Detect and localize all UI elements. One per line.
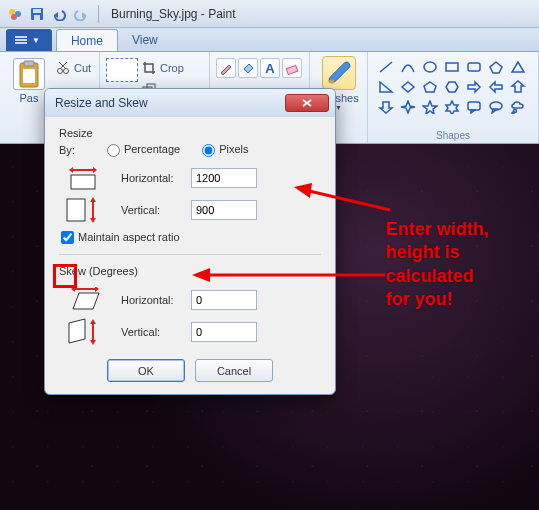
- dialog-titlebar[interactable]: Resize and Skew: [45, 89, 335, 117]
- svg-marker-35: [380, 102, 392, 113]
- horizontal-resize-icon: [63, 165, 103, 191]
- shapes-group-label: Shapes: [368, 130, 538, 141]
- svg-point-2: [11, 14, 17, 20]
- resize-horizontal-input[interactable]: [191, 168, 257, 188]
- ribbon-tabs: ▼ Home View: [0, 28, 539, 52]
- svg-marker-32: [468, 82, 480, 92]
- shape-rounded-rect[interactable]: [464, 58, 484, 76]
- shape-callout-cloud[interactable]: [508, 98, 528, 116]
- resize-section-label: Resize: [59, 127, 321, 139]
- svg-marker-40: [471, 110, 475, 113]
- svg-point-44: [512, 112, 514, 114]
- shape-oval[interactable]: [420, 58, 440, 76]
- maintain-aspect-checkbox[interactable]: Maintain aspect ratio: [61, 231, 180, 245]
- text-tool[interactable]: A: [260, 58, 280, 78]
- svg-marker-53: [90, 197, 96, 202]
- svg-marker-54: [90, 218, 96, 223]
- resize-skew-dialog: Resize and Skew Resize By: Percentage Pi…: [44, 88, 336, 395]
- app-icon: [7, 6, 23, 22]
- svg-marker-29: [402, 82, 414, 92]
- shape-arrow-up[interactable]: [508, 78, 528, 96]
- fill-tool[interactable]: [238, 58, 258, 78]
- shape-diamond[interactable]: [398, 78, 418, 96]
- close-button[interactable]: [285, 94, 329, 112]
- resize-vertical-input[interactable]: [191, 200, 257, 220]
- svg-marker-61: [90, 319, 96, 324]
- svg-rect-24: [446, 63, 458, 71]
- shape-line[interactable]: [376, 58, 396, 76]
- shape-callout-rounded[interactable]: [464, 98, 484, 116]
- shape-right-triangle[interactable]: [376, 78, 396, 96]
- svg-rect-4: [33, 9, 41, 13]
- tab-home[interactable]: Home: [56, 29, 118, 51]
- shape-triangle[interactable]: [508, 58, 528, 76]
- eraser-tool[interactable]: [282, 58, 302, 78]
- radio-percentage[interactable]: Percentage: [107, 143, 180, 157]
- skew-vertical-label: Vertical:: [121, 326, 191, 338]
- svg-point-14: [58, 69, 63, 74]
- skew-section-label: Skew (Degrees): [59, 265, 321, 277]
- radio-pixels[interactable]: Pixels: [202, 143, 248, 157]
- svg-line-17: [59, 62, 66, 69]
- svg-rect-12: [24, 61, 34, 66]
- redo-icon[interactable]: [73, 6, 89, 22]
- shape-polygon[interactable]: [486, 58, 506, 76]
- shape-star4[interactable]: [398, 98, 418, 116]
- svg-rect-51: [67, 199, 85, 221]
- resize-horizontal-label: Horizontal:: [121, 172, 191, 184]
- svg-line-16: [60, 62, 67, 69]
- svg-marker-37: [423, 101, 437, 114]
- skew-horizontal-label: Horizontal:: [121, 294, 191, 306]
- close-icon: [302, 99, 312, 107]
- undo-icon[interactable]: [51, 6, 67, 22]
- horizontal-skew-icon: [63, 287, 103, 313]
- paste-label: Pas: [20, 92, 39, 104]
- scissors-icon: [56, 61, 70, 75]
- shape-curve[interactable]: [398, 58, 418, 76]
- cancel-button[interactable]: Cancel: [195, 359, 273, 382]
- svg-marker-30: [424, 82, 436, 92]
- shape-arrow-right[interactable]: [464, 78, 484, 96]
- chevron-down-icon[interactable]: ▼: [335, 104, 342, 111]
- cut-button[interactable]: Cut: [56, 58, 91, 78]
- separator: [98, 5, 99, 23]
- shape-hexagon[interactable]: [442, 78, 462, 96]
- vertical-resize-icon: [63, 197, 103, 223]
- skew-vertical-input[interactable]: [191, 322, 257, 342]
- shape-pentagon[interactable]: [420, 78, 440, 96]
- crop-button[interactable]: Crop: [142, 58, 184, 78]
- shape-star5[interactable]: [420, 98, 440, 116]
- shape-star6[interactable]: [442, 98, 462, 116]
- svg-marker-26: [490, 62, 502, 73]
- annotation-highlight-aspect: [53, 264, 77, 288]
- brush-icon: [324, 58, 354, 88]
- svg-rect-39: [468, 102, 480, 110]
- svg-marker-59: [69, 319, 85, 343]
- shape-callout-oval[interactable]: [486, 98, 506, 116]
- svg-marker-50: [93, 167, 97, 173]
- skew-horizontal-input[interactable]: [191, 290, 257, 310]
- svg-rect-47: [71, 175, 95, 189]
- svg-marker-38: [446, 101, 458, 114]
- svg-marker-31: [446, 82, 458, 92]
- svg-rect-13: [23, 69, 35, 83]
- svg-marker-34: [512, 81, 524, 92]
- save-icon[interactable]: [29, 6, 45, 22]
- svg-marker-55: [73, 293, 99, 309]
- svg-marker-49: [69, 167, 73, 173]
- dialog-title: Resize and Skew: [55, 96, 148, 110]
- chevron-down-icon: ▼: [32, 36, 40, 45]
- divider: [59, 254, 321, 255]
- select-icon[interactable]: [106, 58, 138, 82]
- pencil-tool[interactable]: [216, 58, 236, 78]
- tab-view[interactable]: View: [118, 29, 172, 51]
- file-menu[interactable]: ▼: [6, 29, 52, 51]
- ok-button[interactable]: OK: [107, 359, 185, 382]
- brushes-button[interactable]: [322, 56, 356, 90]
- shape-arrow-left[interactable]: [486, 78, 506, 96]
- shape-rect[interactable]: [442, 58, 462, 76]
- svg-marker-62: [90, 340, 96, 345]
- svg-marker-42: [492, 109, 497, 113]
- shape-arrow-down[interactable]: [376, 98, 396, 116]
- crop-label: Crop: [160, 62, 184, 74]
